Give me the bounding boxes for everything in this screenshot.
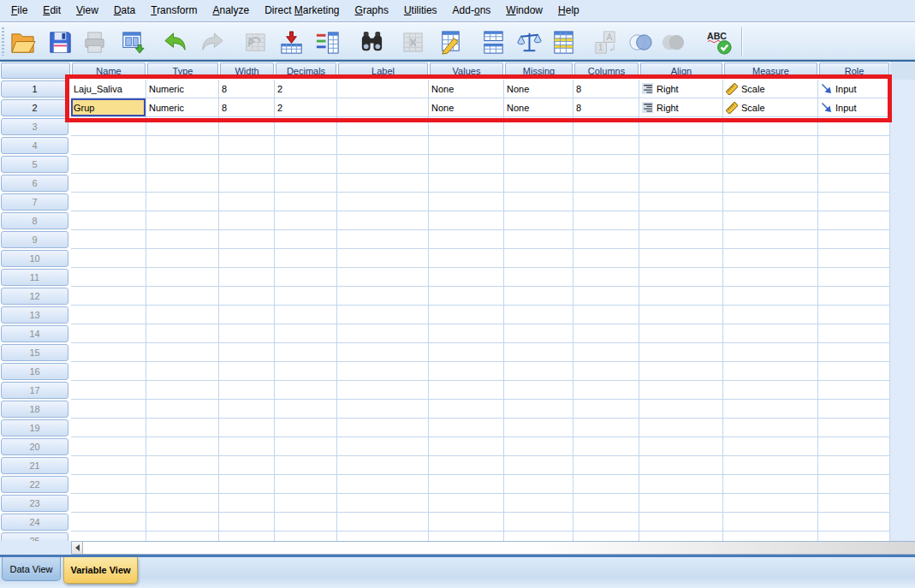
cell-columns-row-19[interactable] bbox=[573, 419, 639, 437]
row-header-13[interactable]: 13 bbox=[1, 306, 68, 324]
cell-decimals-row-24[interactable] bbox=[275, 513, 337, 532]
cell-missing-row-3[interactable] bbox=[504, 117, 573, 136]
cell-type-row-5[interactable] bbox=[146, 155, 219, 174]
cell-missing-row-21[interactable] bbox=[504, 456, 573, 475]
cell-measure-row-17[interactable] bbox=[723, 381, 818, 400]
cell-name-row-2[interactable]: Grup bbox=[71, 98, 146, 117]
cell-label-row-12[interactable] bbox=[337, 287, 429, 306]
cell-values-row-25[interactable] bbox=[429, 532, 504, 541]
cell-align-row-25[interactable] bbox=[639, 532, 723, 541]
row-header-7[interactable]: 7 bbox=[1, 193, 68, 211]
cell-missing-row-9[interactable] bbox=[504, 230, 573, 249]
cell-role-row-2[interactable]: Input bbox=[818, 98, 890, 117]
cell-columns-row-16[interactable] bbox=[573, 362, 639, 381]
cell-values-row-19[interactable] bbox=[429, 419, 504, 437]
cell-role-row-11[interactable] bbox=[818, 268, 890, 287]
cell-label-row-8[interactable] bbox=[337, 211, 429, 230]
cell-values-row-3[interactable] bbox=[429, 117, 504, 136]
cell-columns-row-4[interactable] bbox=[573, 136, 639, 155]
cell-role-row-9[interactable] bbox=[818, 230, 890, 249]
row-header-22[interactable]: 22 bbox=[1, 476, 68, 493]
row-header-16[interactable]: 16 bbox=[1, 363, 68, 380]
cell-width-row-19[interactable] bbox=[219, 419, 275, 437]
cell-width-row-15[interactable] bbox=[219, 343, 275, 362]
column-header-columns[interactable]: Columns bbox=[574, 62, 639, 79]
split-file-button[interactable] bbox=[476, 27, 510, 57]
row-header-8[interactable]: 8 bbox=[1, 212, 68, 229]
menu-graphs[interactable]: Graphs bbox=[348, 0, 396, 22]
cell-columns-row-22[interactable] bbox=[573, 475, 639, 494]
cell-decimals-row-9[interactable] bbox=[275, 230, 337, 249]
cell-role-row-24[interactable] bbox=[818, 513, 890, 532]
cell-align-row-15[interactable] bbox=[639, 343, 723, 362]
cell-values-row-16[interactable] bbox=[429, 362, 504, 381]
row-header-6[interactable]: 6 bbox=[1, 175, 68, 192]
cell-align-row-13[interactable] bbox=[639, 306, 723, 324]
cell-role-row-17[interactable] bbox=[818, 381, 890, 400]
cell-align-row-14[interactable] bbox=[639, 324, 723, 343]
cell-role-row-4[interactable] bbox=[818, 136, 890, 155]
cell-missing-row-18[interactable] bbox=[504, 400, 573, 419]
cell-type-row-13[interactable] bbox=[146, 306, 219, 324]
row-header-3[interactable]: 3 bbox=[1, 118, 68, 135]
cell-values-row-14[interactable] bbox=[429, 324, 504, 343]
cell-role-row-16[interactable] bbox=[818, 362, 890, 381]
cell-decimals-row-16[interactable] bbox=[275, 362, 337, 381]
cell-columns-row-2[interactable]: 8 bbox=[573, 98, 639, 117]
cell-decimals-row-22[interactable] bbox=[275, 475, 337, 494]
cell-decimals-row-10[interactable] bbox=[275, 249, 337, 268]
cell-role-row-23[interactable] bbox=[818, 494, 890, 513]
cell-decimals-row-25[interactable] bbox=[275, 532, 337, 541]
cell-width-row-10[interactable] bbox=[219, 249, 275, 268]
cell-label-row-13[interactable] bbox=[337, 306, 429, 324]
cell-columns-row-6[interactable] bbox=[573, 174, 639, 193]
cell-measure-row-25[interactable] bbox=[723, 532, 818, 541]
cell-decimals-row-18[interactable] bbox=[275, 400, 337, 419]
cell-type-row-19[interactable] bbox=[146, 419, 219, 437]
cell-width-row-18[interactable] bbox=[219, 400, 275, 419]
cell-width-row-17[interactable] bbox=[219, 381, 275, 400]
menu-file[interactable]: File bbox=[3, 0, 35, 22]
cell-columns-row-9[interactable] bbox=[573, 230, 639, 249]
cell-decimals-row-12[interactable] bbox=[275, 287, 337, 306]
cell-width-row-8[interactable] bbox=[219, 211, 275, 230]
cell-width-row-20[interactable] bbox=[219, 437, 275, 456]
cell-name-row-22[interactable] bbox=[71, 475, 146, 494]
cell-columns-row-18[interactable] bbox=[573, 400, 639, 419]
scrollbar-track[interactable] bbox=[83, 542, 915, 554]
cell-role-row-19[interactable] bbox=[818, 419, 890, 437]
cell-label-row-2[interactable] bbox=[337, 98, 429, 117]
column-header-values[interactable]: Values bbox=[430, 62, 503, 79]
cell-name-row-17[interactable] bbox=[71, 381, 146, 400]
horizontal-scrollbar[interactable] bbox=[71, 541, 915, 555]
cell-missing-row-20[interactable] bbox=[504, 437, 573, 456]
cell-type-row-25[interactable] bbox=[146, 532, 219, 541]
cell-align-row-2[interactable]: Right bbox=[639, 98, 723, 117]
cell-type-row-6[interactable] bbox=[146, 174, 219, 193]
cell-name-row-6[interactable] bbox=[71, 174, 146, 193]
menu-help[interactable]: Help bbox=[550, 0, 587, 22]
cell-missing-row-2[interactable]: None bbox=[504, 98, 573, 117]
cell-label-row-21[interactable] bbox=[337, 456, 429, 475]
cell-name-row-3[interactable] bbox=[71, 117, 146, 136]
cell-role-row-5[interactable] bbox=[818, 155, 890, 174]
cell-width-row-1[interactable]: 8 bbox=[219, 80, 275, 98]
cell-name-row-16[interactable] bbox=[71, 362, 146, 381]
cell-role-row-7[interactable] bbox=[818, 193, 890, 211]
variables-button[interactable] bbox=[310, 27, 344, 57]
cell-missing-row-22[interactable] bbox=[504, 475, 573, 494]
cell-columns-row-25[interactable] bbox=[573, 532, 639, 541]
cell-measure-row-14[interactable] bbox=[723, 324, 818, 343]
cell-role-row-8[interactable] bbox=[818, 211, 890, 230]
open-file-button[interactable] bbox=[5, 27, 39, 57]
cell-measure-row-24[interactable] bbox=[723, 513, 818, 532]
cell-type-row-10[interactable] bbox=[146, 249, 219, 268]
column-header-name[interactable]: Name bbox=[72, 62, 146, 79]
cell-width-row-11[interactable] bbox=[219, 268, 275, 287]
cell-values-row-15[interactable] bbox=[429, 343, 504, 362]
cell-align-row-19[interactable] bbox=[639, 419, 723, 437]
row-header-11[interactable]: 11 bbox=[1, 269, 68, 286]
menu-add-ons[interactable]: Add-ons bbox=[445, 0, 499, 22]
column-header-missing[interactable]: Missing bbox=[505, 62, 573, 79]
cell-decimals-row-20[interactable] bbox=[275, 437, 337, 456]
